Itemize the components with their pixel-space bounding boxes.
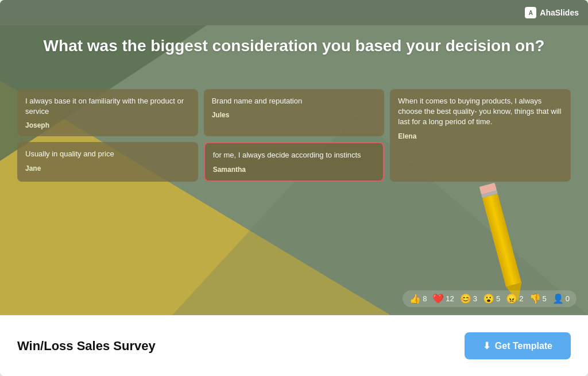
bottom-title: Win/Loss Sales Survey: [17, 339, 156, 354]
logo-icon: A: [525, 7, 536, 18]
card-jules: Brand name and reputation Jules: [204, 89, 385, 136]
card-jules-author: Jules: [212, 111, 377, 119]
card-joseph: I always base it on familiarity with the…: [17, 89, 198, 136]
reaction-heart: ❤️ 12: [432, 293, 454, 304]
slide-area: A AhaSlides What was the biggest conside…: [0, 0, 588, 315]
wow-count: 5: [496, 294, 500, 303]
card-jane-text: Usually in quality and price: [25, 149, 190, 159]
person-emoji: 👤: [552, 293, 564, 304]
main-container: A AhaSlides What was the biggest conside…: [0, 0, 588, 376]
card-samantha: for me, I always decide according to ins…: [204, 142, 385, 181]
angry-count: 2: [519, 294, 523, 303]
logo-letter: A: [529, 10, 533, 16]
person-count: 0: [566, 294, 570, 303]
reaction-angry: 😠 2: [506, 293, 523, 304]
card-samantha-author: Samantha: [213, 166, 376, 174]
reaction-bar: 👍 8 ❤️ 12 😊 3 😮 5 😠 2 👎 5: [403, 290, 577, 307]
get-template-label: Get Template: [495, 341, 552, 351]
bottom-bar: Win/Loss Sales Survey ⬇ Get Template: [0, 315, 588, 376]
thumbsdown-emoji: 👎: [529, 293, 541, 304]
reaction-thumbsup: 👍 8: [409, 293, 427, 304]
card-jules-text: Brand name and reputation: [212, 96, 377, 106]
card-joseph-author: Joseph: [25, 121, 190, 129]
reaction-person: 👤 0: [552, 293, 570, 304]
slide-title: What was the biggest consideration you b…: [0, 25, 588, 65]
smile-emoji: 😊: [460, 293, 471, 304]
get-template-button[interactable]: ⬇ Get Template: [465, 332, 571, 359]
reaction-thumbsdown: 👎 5: [529, 293, 547, 304]
brand-name: AhaSlides: [540, 8, 579, 17]
card-elena-text: When it comes to buying products, I alwa…: [398, 96, 563, 128]
card-joseph-text: I always base it on familiarity with the…: [25, 96, 190, 117]
heart-count: 12: [446, 294, 454, 303]
reaction-smile: 😊 3: [460, 293, 477, 304]
angry-emoji: 😠: [506, 293, 517, 304]
heart-emoji: ❤️: [432, 293, 444, 304]
card-elena: When it comes to buying products, I alwa…: [390, 89, 571, 182]
cards-area: I always base it on familiarity with the…: [17, 89, 571, 182]
thumbsdown-count: 5: [543, 294, 547, 303]
thumbsup-emoji: 👍: [409, 293, 421, 304]
smile-count: 3: [473, 294, 477, 303]
card-jane: Usually in quality and price Jane: [17, 142, 198, 181]
ahaslides-logo: A AhaSlides: [525, 7, 579, 18]
thumbsup-count: 8: [423, 294, 427, 303]
card-samantha-text: for me, I always decide according to ins…: [213, 150, 376, 160]
reaction-wow: 😮 5: [483, 293, 500, 304]
card-elena-author: Elena: [398, 132, 563, 140]
wow-emoji: 😮: [483, 293, 494, 304]
card-jane-author: Jane: [25, 164, 190, 172]
download-icon: ⬇: [483, 340, 490, 351]
header-bar: A AhaSlides: [0, 0, 588, 25]
